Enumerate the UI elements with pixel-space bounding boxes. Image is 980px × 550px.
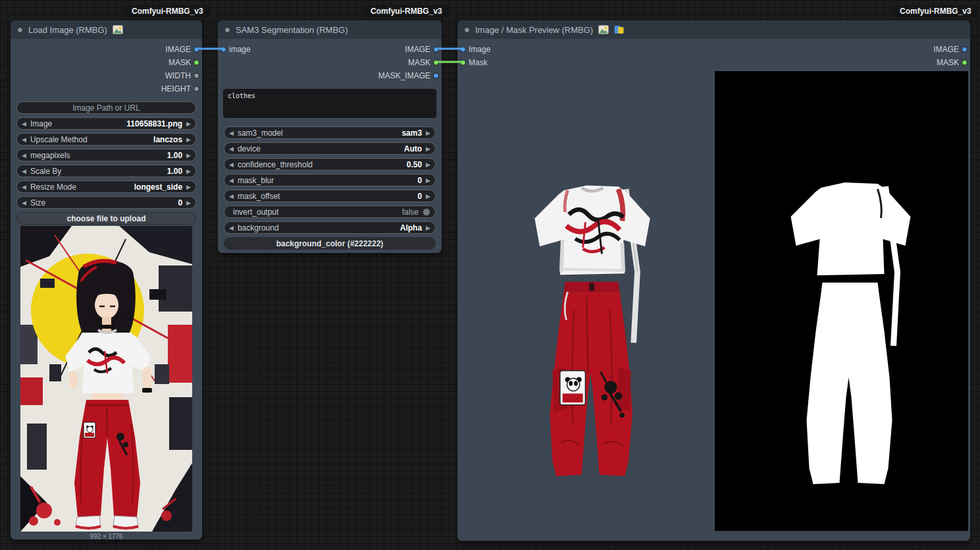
widget-label: sam3_model (238, 128, 283, 138)
port-row: image IMAGE (218, 43, 442, 56)
background-color-button[interactable]: background_color (#222222) (224, 237, 436, 250)
mask-preview-panel[interactable] (715, 71, 968, 531)
widget-label: background (238, 223, 279, 233)
increment-arrow-icon[interactable]: ▶ (186, 168, 191, 175)
image-path-input[interactable]: Image Path or URL (16, 101, 196, 114)
output-socket-image[interactable] (962, 47, 967, 53)
output-socket-image[interactable] (193, 47, 199, 53)
widget-image[interactable]: ◀ Image 110658831.png ▶ (16, 117, 196, 130)
increment-arrow-icon[interactable]: ▶ (426, 130, 430, 136)
widget-value: 0 (417, 176, 422, 185)
widget-sam3-model[interactable]: ◀ sam3_model sam3 ▶ (224, 126, 436, 139)
collapse-dot[interactable] (464, 27, 470, 33)
widget-upscale-method[interactable]: ◀ Upscale Method lanczos ▶ (16, 133, 196, 146)
widget-label: Image (30, 119, 52, 128)
node-title: SAM3 Segmentation (RMBG) (236, 25, 348, 35)
increment-arrow-icon[interactable]: ▶ (426, 146, 430, 152)
widget-value: false (402, 207, 419, 217)
node-group-badge: Comfyui-RMBG_v3 (125, 5, 210, 17)
widget-confidence-threshold[interactable]: ◀ confidence_threshold 0.50 ▶ (224, 158, 436, 171)
widget-mask-blur[interactable]: ◀ mask_blur 0 ▶ (224, 174, 436, 186)
image-icon (598, 25, 609, 34)
port-row: Image IMAGE (457, 43, 970, 56)
node-header[interactable]: Image / Mask Preview (RMBG) (457, 20, 970, 39)
node-title: Load Image (RMBG) (28, 25, 107, 35)
widget-device[interactable]: ◀ device Auto ▶ (224, 142, 436, 155)
decrement-arrow-icon[interactable]: ◀ (22, 121, 26, 127)
increment-arrow-icon[interactable]: ▶ (426, 177, 430, 184)
port-row: MASK_IMAGE (218, 69, 442, 82)
decrement-arrow-icon[interactable]: ◀ (22, 184, 26, 190)
output-socket-mask[interactable] (193, 60, 199, 66)
segmented-clothes-image[interactable] (523, 177, 663, 487)
input-socket-mask[interactable] (460, 60, 466, 66)
widget-resize-mode[interactable]: ◀ Resize Mode longest_side ▶ (16, 180, 196, 193)
widget-value: sam3 (401, 128, 422, 138)
widget-value: 110658831.png (126, 119, 182, 128)
decrement-arrow-icon[interactable]: ◀ (22, 200, 26, 206)
increment-arrow-icon[interactable]: ▶ (186, 121, 191, 127)
collapse-dot[interactable] (17, 27, 23, 33)
increment-arrow-icon[interactable]: ▶ (426, 225, 430, 231)
widget-value: 0.50 (407, 160, 422, 169)
widget-label: Size (30, 198, 45, 207)
button-label: background_color (#222222) (276, 239, 384, 248)
widget-invert-output[interactable]: invert_output false (224, 206, 436, 218)
node-header[interactable]: Load Image (RMBG) (11, 20, 202, 39)
decrement-arrow-icon[interactable]: ◀ (229, 177, 234, 184)
prompt-textarea[interactable]: clothes (223, 89, 436, 118)
decrement-arrow-icon[interactable]: ◀ (229, 146, 234, 152)
decrement-arrow-icon[interactable]: ◀ (229, 225, 234, 231)
decrement-arrow-icon[interactable]: ◀ (22, 136, 26, 143)
output-socket-width[interactable] (193, 73, 199, 79)
output-socket-image[interactable] (433, 47, 439, 53)
decrement-arrow-icon[interactable]: ◀ (229, 161, 234, 168)
node-image-mask-preview[interactable]: Image / Mask Preview (RMBG) Image IMAGE … (457, 20, 971, 541)
widget-mask-offset[interactable]: ◀ mask_offset 0 ▶ (224, 190, 436, 202)
node-sam3-segmentation[interactable]: SAM3 Segmentation (RMBG) image IMAGE MAS… (217, 20, 442, 254)
widget-label: mask_blur (238, 176, 274, 185)
decrement-arrow-icon[interactable]: ◀ (229, 193, 234, 200)
decrement-arrow-icon[interactable]: ◀ (229, 130, 234, 136)
ports: image IMAGE MASK MASK_IMAGE (218, 39, 442, 82)
ports: Image IMAGE Mask MASK (457, 39, 970, 69)
widget-label: Resize Mode (30, 182, 76, 192)
widget-label: confidence_threshold (238, 160, 313, 169)
node-graph-canvas[interactable]: Comfyui-RMBG_v3 Comfyui-RMBG_v3 Comfyui-… (0, 0, 980, 550)
node-header[interactable]: SAM3 Segmentation (RMBG) (218, 20, 442, 39)
widget-value: 1.00 (167, 167, 182, 176)
port-row: WIDTH (11, 69, 202, 82)
increment-arrow-icon[interactable]: ▶ (186, 184, 191, 190)
decrement-arrow-icon[interactable]: ◀ (22, 152, 26, 159)
output-socket-mask[interactable] (962, 60, 967, 66)
node-load-image[interactable]: Load Image (RMBG) IMAGE MASK WIDTH HEIGH… (10, 20, 203, 540)
increment-arrow-icon[interactable]: ▶ (186, 136, 191, 143)
widget-label: Scale By (30, 167, 61, 176)
widget-scale-by[interactable]: ◀ Scale By 1.00 ▶ (16, 165, 196, 177)
load-image-preview[interactable] (20, 226, 192, 532)
choose-file-button[interactable]: choose file to upload (16, 212, 196, 225)
increment-arrow-icon[interactable]: ▶ (426, 161, 430, 168)
output-socket-mask[interactable] (433, 60, 439, 66)
increment-arrow-icon[interactable]: ▶ (426, 193, 430, 200)
increment-arrow-icon[interactable]: ▶ (186, 152, 191, 159)
toggle-knob-icon[interactable] (423, 208, 430, 216)
increment-arrow-icon[interactable]: ▶ (186, 200, 191, 206)
input-socket-image[interactable] (460, 47, 466, 53)
image-dimensions-caption: 992 × 1776 (11, 533, 202, 540)
collapse-dot[interactable] (224, 27, 230, 33)
widget-label: Upscale Method (30, 135, 88, 144)
node-group-badge: Comfyui-RMBG_v3 (364, 5, 449, 17)
input-socket-image[interactable] (220, 47, 226, 53)
port-row: HEIGHT (11, 82, 202, 96)
decrement-arrow-icon[interactable]: ◀ (22, 168, 26, 175)
output-socket-height[interactable] (193, 86, 199, 92)
widget-background[interactable]: ◀ background Alpha ▶ (224, 221, 436, 234)
clothes-mask-image (774, 180, 929, 489)
output-socket-mask-image[interactable] (433, 73, 439, 79)
widget-megapixels[interactable]: ◀ megapixels 1.00 ▶ (16, 149, 196, 161)
output-label-mask-image: MASK_IMAGE (378, 71, 442, 80)
port-row: Mask MASK (457, 56, 970, 69)
widget-size[interactable]: ◀ Size 0 ▶ (16, 196, 196, 209)
widget-value: 1.00 (167, 151, 182, 160)
